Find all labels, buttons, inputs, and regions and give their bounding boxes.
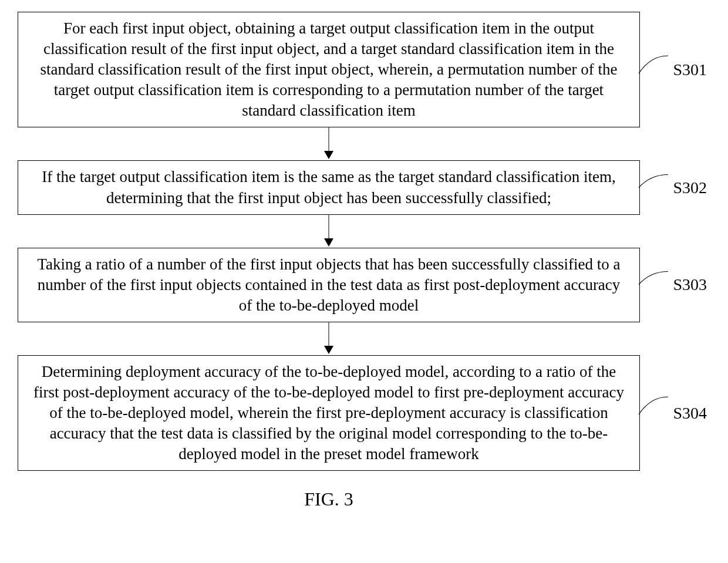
step-text: Taking a ratio of a number of the first … [37, 255, 620, 314]
step-row: For each first input object, obtaining a… [18, 12, 710, 127]
step-row: If the target output classification item… [18, 160, 710, 214]
step-box-s302: If the target output classification item… [18, 160, 640, 214]
leader-line-icon [639, 174, 674, 192]
step-label-cell: S304 [640, 404, 710, 423]
arrow-head-icon [324, 238, 333, 247]
step-box-s304: Determining deployment accuracy of the t… [18, 355, 640, 471]
step-label-cell: S301 [640, 60, 710, 79]
step-label: S303 [673, 275, 707, 294]
step-text: Determining deployment accuracy of the t… [33, 363, 624, 463]
step-text: For each first input object, obtaining a… [41, 19, 618, 119]
step-box-s301: For each first input object, obtaining a… [18, 12, 640, 127]
step-label: S302 [673, 178, 707, 197]
arrow-line-icon [329, 127, 329, 152]
arrow-line-icon [329, 215, 329, 240]
step-row: Taking a ratio of a number of the first … [18, 248, 710, 322]
leader-line-icon [639, 56, 674, 79]
step-label: S301 [673, 60, 707, 79]
arrow-head-icon [324, 151, 333, 159]
arrow-head-icon [324, 346, 333, 354]
step-label-cell: S302 [640, 178, 710, 197]
step-row: Determining deployment accuracy of the t… [18, 355, 710, 471]
flowchart-container: For each first input object, obtaining a… [18, 12, 710, 510]
leader-line-icon [639, 397, 674, 420]
step-box-s303: Taking a ratio of a number of the first … [18, 248, 640, 322]
figure-caption: FIG. 3 [18, 488, 640, 510]
step-label-cell: S303 [640, 275, 710, 294]
leader-line-icon [639, 272, 674, 289]
flow-arrow [18, 127, 640, 160]
step-label: S304 [673, 404, 707, 423]
step-text: If the target output classification item… [42, 168, 615, 206]
flow-arrow [18, 322, 640, 355]
flow-arrow [18, 215, 640, 248]
arrow-line-icon [329, 322, 329, 347]
